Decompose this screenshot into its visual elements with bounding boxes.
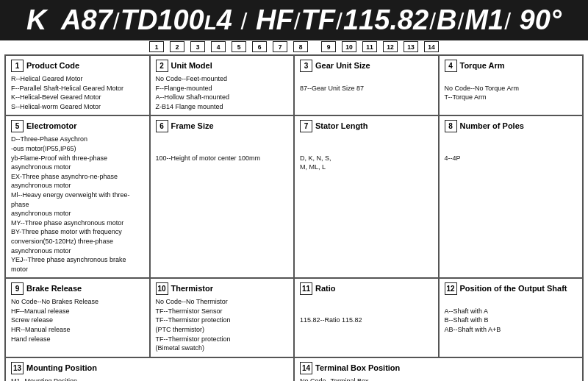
cell-5-title: Electromotor — [26, 121, 76, 132]
cell-2: 2 Unit Model No Code--Feet-mounted F--Fl… — [150, 55, 295, 115]
cell-5-body: D--Three-Phase Asychron -ous motor(IP55,… — [11, 135, 144, 274]
cell-5-num: 5 — [11, 120, 24, 132]
cell-8-title: Number of Poles — [460, 121, 524, 132]
cell-1: 1 Product Code R--Helical Geared Motor F… — [5, 55, 150, 115]
cell-3-body: 87--Gear Unit Size 87 — [300, 74, 433, 93]
cell-10-body: No Code--No Thermistor TF--Thermistor Se… — [156, 297, 289, 353]
cell-8-num: 8 — [445, 120, 457, 132]
cell-8: 8 Number of Poles 4--4P — [439, 115, 584, 278]
cell-12-body: A--Shaft with A B--Shaft with B AB--Shaf… — [445, 297, 578, 334]
num-9: 9 — [321, 41, 336, 52]
num-11: 11 — [362, 41, 377, 52]
num-8: 8 — [293, 41, 308, 52]
cell-11-title: Ratio — [315, 283, 336, 294]
cell-4-title: Torque Arm — [460, 60, 505, 71]
cell-13-title: Mounting Position — [26, 363, 97, 374]
cell-5: 5 Electromotor D--Three-Phase Asychron -… — [5, 115, 150, 278]
num-7: 7 — [273, 41, 287, 52]
cell-3-num: 3 — [300, 60, 312, 72]
num-13: 13 — [404, 41, 418, 52]
num-14: 14 — [424, 41, 439, 52]
cell-1-title: Product Code — [26, 60, 79, 71]
cell-14: 14 Terminal Box Position No Code--Termin… — [294, 357, 583, 381]
cell-1-body: R--Helical Geared Motor F--Parallel Shaf… — [11, 74, 144, 111]
cell-7-body: D, K, N, S,M, ML, L — [300, 135, 433, 171]
cell-14-num: 14 — [300, 362, 312, 374]
num-10: 10 — [342, 41, 356, 52]
cell-10-num: 10 — [156, 282, 168, 295]
cell-10: 10 Thermistor No Code--No Thermistor TF-… — [150, 278, 295, 357]
cell-13: 13 Mounting Position M1--Mounting Positi… — [5, 357, 294, 381]
cell-9-title: Brake Release — [26, 283, 82, 294]
cell-9-body: No Code--No Brakes Release HF--Manual re… — [11, 297, 144, 343]
cell-4: 4 Torque Arm No Code--No Torque Arm T--T… — [439, 55, 584, 115]
cell-13-num: 13 — [11, 362, 24, 374]
cell-13-body: M1--Mounting Position M1 Position in Pic… — [11, 377, 288, 381]
cell-3-title: Gear Unit Size — [315, 60, 370, 71]
cell-7: 7 Stator Length D, K, N, S,M, ML, L — [294, 115, 439, 278]
cell-6-body: 100--Height of motor center 100mm — [156, 135, 289, 163]
cell-4-num: 4 — [445, 60, 457, 72]
cell-11-num: 11 — [300, 282, 312, 295]
cell-11: 11 Ratio 115.82--Ratio 115.82 — [294, 278, 439, 357]
num-3: 3 — [190, 41, 205, 52]
cell-1-num: 1 — [11, 60, 24, 72]
cell-3: 3 Gear Unit Size 87--Gear Unit Size 87 — [294, 55, 439, 115]
number-row: 1 2 3 4 5 6 7 8 9 10 11 12 13 14 — [0, 40, 588, 54]
cell-7-num: 7 — [300, 120, 312, 132]
banner: K A87 / TD100 L 4 / HF / TF / 115.82 / B… — [0, 0, 588, 40]
cell-6: 6 Frame Size 100--Height of motor center… — [150, 115, 295, 278]
main-grid: 1 Product Code R--Helical Geared Motor F… — [4, 54, 584, 381]
cell-7-title: Stator Length — [315, 121, 368, 132]
cell-2-body: No Code--Feet-mounted F--Flange-mounted … — [156, 74, 289, 111]
cell-2-title: Unit Model — [171, 60, 212, 71]
cell-4-body: No Code--No Torque Arm T--Torque Arm — [445, 74, 578, 102]
cell-9: 9 Brake Release No Code--No Brakes Relea… — [5, 278, 150, 357]
num-6: 6 — [252, 41, 267, 52]
cell-10-title: Thermistor — [171, 283, 213, 294]
cell-6-title: Frame Size — [171, 121, 214, 132]
cell-9-num: 9 — [11, 282, 24, 295]
num-4: 4 — [211, 41, 226, 52]
cell-12: 12 Position of the Output Shaft A--Shaft… — [439, 278, 584, 357]
cell-8-body: 4--4P — [445, 135, 578, 163]
cell-2-num: 2 — [156, 60, 168, 72]
cell-11-body: 115.82--Ratio 115.82 — [300, 297, 433, 325]
cell-14-title: Terminal Box Position — [315, 363, 400, 374]
cell-12-title: Position of the Output Shaft — [460, 283, 567, 294]
num-5: 5 — [232, 41, 246, 52]
cell-14-body: No Code--Terminal Box Position is 0° 90°… — [300, 377, 577, 381]
num-2: 2 — [170, 41, 184, 52]
banner-title: K A87 / TD100 L 4 / HF / TF / 115.82 / B… — [26, 4, 562, 36]
cell-12-num: 12 — [445, 282, 457, 295]
num-12: 12 — [383, 41, 398, 52]
cell-6-num: 6 — [156, 120, 168, 132]
num-1: 1 — [149, 41, 164, 52]
